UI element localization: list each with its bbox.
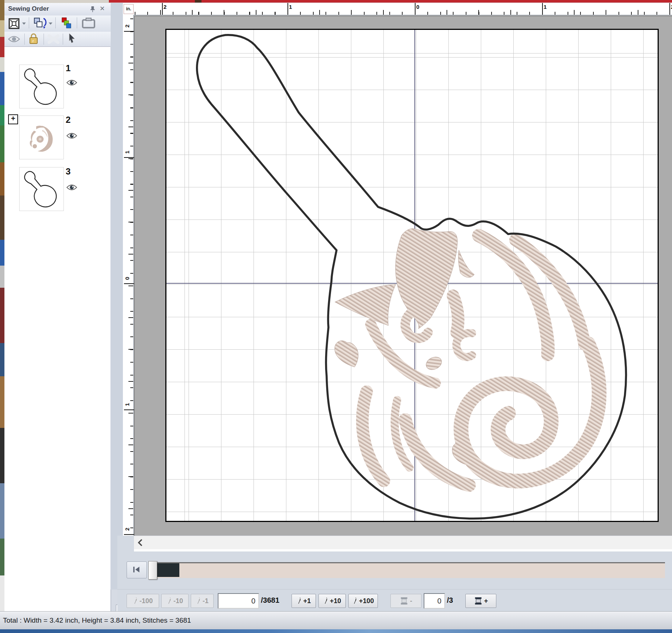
stitch-fill-motifs — [335, 229, 599, 485]
desktop-strip-segment — [0, 266, 4, 288]
rewind-button[interactable] — [127, 561, 147, 578]
spool-icon — [474, 597, 483, 605]
sewing-item-2-visibility-icon[interactable] — [66, 132, 77, 139]
stitch-progress-dark-segment — [157, 563, 179, 577]
outline-thumbnail-drawing — [20, 167, 63, 210]
stitch-back-10-button[interactable]: -10 — [161, 594, 189, 608]
sewing-order-list: 1 + — [4, 46, 110, 612]
canvas-lower-controls: − -100 -10 -1 0 /3681 +1 — [117, 536, 672, 612]
desktop-strip-segment — [0, 125, 4, 162]
desktop-strip-segment — [0, 288, 4, 343]
desktop-strip-segment — [0, 57, 4, 72]
needle-icon — [196, 596, 201, 605]
stitch-transport-bar: -100 -10 -1 0 /3681 +1 +10 +100 — [117, 589, 672, 612]
sequence-dropdown-caret[interactable] — [49, 23, 52, 25]
design-canvas[interactable] — [134, 15, 672, 536]
vertical-ruler-ticks — [123, 15, 133, 536]
ruler-label-0: 0 — [415, 3, 419, 15]
rewind-icon — [132, 566, 141, 573]
desktop-strip-segment — [0, 162, 4, 196]
sewing-item-1-visibility-icon[interactable] — [66, 79, 77, 86]
stitch-forward-100-button[interactable]: +100 — [348, 594, 378, 608]
ruler-label-1: 1 — [124, 157, 134, 158]
panel-toolbar-main — [4, 15, 111, 32]
stitch-forward-10-button[interactable]: +10 — [318, 594, 346, 608]
lock-icon[interactable]: r — [28, 33, 39, 45]
needle-icon — [133, 596, 138, 605]
sewing-item-3-thumbnail[interactable] — [19, 167, 64, 211]
vertical-ruler: 21012 — [123, 15, 134, 536]
status-text: Total : Width = 3.42 inch, Height = 3.84… — [3, 616, 191, 625]
application-window: Sewing Order ✕ — [0, 0, 672, 633]
sewing-item-3-visibility-icon[interactable] — [66, 184, 77, 191]
desktop-strip-segment — [0, 343, 4, 376]
ruler-label-1: 1 — [287, 3, 292, 15]
stitch-slider-row: − — [125, 561, 671, 578]
horizontal-ruler: in. 21012 — [123, 3, 672, 15]
design-page[interactable] — [165, 29, 659, 522]
select-cursor-icon[interactable] — [68, 33, 76, 44]
ruler-label-1: 1 — [124, 409, 134, 410]
stitch-forward-1-button[interactable]: +1 — [292, 594, 316, 608]
panel-title: Sewing Order — [8, 5, 49, 13]
background-desktop-strip — [0, 0, 4, 612]
panel-gap — [111, 3, 123, 589]
ruler-unit-box: in. — [124, 4, 134, 14]
ruler-label-2: 2 — [124, 31, 134, 32]
ruler-label-2: 2 — [162, 3, 166, 15]
svg-text:r: r — [32, 39, 34, 43]
stitch-slider-handle[interactable] — [148, 561, 157, 580]
close-icon[interactable]: ✕ — [99, 6, 106, 12]
needle-icon — [167, 596, 172, 605]
pin-icon[interactable] — [90, 6, 95, 13]
ruler-label-2: 2 — [669, 3, 672, 15]
delete-icon[interactable] — [47, 34, 60, 44]
sewing-item-2-number: 2 — [66, 115, 70, 125]
eye-icon[interactable] — [8, 35, 20, 43]
stitch-back-100-button[interactable]: -100 — [127, 594, 159, 608]
sewing-sequence-icon[interactable] — [33, 17, 46, 30]
panel-toolbar-edit: r — [4, 32, 111, 47]
sewing-order-panel: Sewing Order ✕ — [4, 3, 111, 612]
fill-design-thumbnail-drawing — [20, 116, 63, 158]
color-total-label: /3 — [447, 596, 453, 605]
sewing-item-1-number: 1 — [66, 63, 70, 73]
hoop-icon[interactable] — [81, 18, 96, 29]
stitch-back-1-button[interactable]: -1 — [191, 594, 214, 608]
sewing-item-1-thumbnail[interactable] — [19, 65, 64, 108]
desktop-strip-segment — [0, 376, 4, 428]
horizontal-scrollbar[interactable] — [134, 536, 672, 551]
sewing-item-2-thumbnail[interactable] — [19, 115, 64, 159]
status-bar: Total : Width = 3.42 inch, Height = 3.84… — [0, 612, 672, 630]
color-back-button[interactable]: - — [390, 594, 421, 608]
horizontal-ruler-ticks — [133, 3, 672, 15]
needle-icon — [352, 596, 358, 605]
color-order-icon[interactable] — [60, 17, 73, 30]
desktop-strip-segment — [0, 196, 4, 240]
desktop-strip-segment — [0, 37, 4, 57]
current-stitch-input[interactable]: 0 — [218, 593, 259, 609]
scroll-left-icon[interactable] — [138, 539, 143, 546]
desktop-strip-segment — [0, 483, 4, 539]
needle-icon — [297, 596, 302, 605]
desktop-strip-segment — [0, 72, 4, 105]
spool-icon — [400, 597, 409, 605]
desktop-strip-segment — [0, 539, 4, 575]
stitch-total-label: /3681 — [261, 596, 279, 605]
desktop-strip-segment — [0, 240, 4, 266]
background-window-red-strip — [109, 0, 672, 3]
desktop-strip-segment — [0, 428, 4, 483]
desktop-strip-segment — [0, 575, 4, 612]
ruler-label-0: 0 — [124, 283, 134, 284]
fit-dropdown-caret[interactable] — [22, 23, 26, 25]
desktop-strip-segment — [0, 0, 4, 20]
stitch-progress-track[interactable] — [148, 562, 665, 578]
desktop-strip-segment — [0, 105, 4, 125]
background-taskbar-strip — [0, 629, 672, 633]
color-forward-button[interactable]: + — [465, 594, 496, 608]
sewing-order-titlebar[interactable]: Sewing Order ✕ — [4, 3, 111, 16]
sewing-item-2-expander[interactable]: + — [8, 114, 18, 124]
fit-to-window-icon[interactable] — [8, 18, 20, 30]
current-color-input[interactable]: 0 — [424, 593, 445, 609]
sewing-item-3-number: 3 — [66, 166, 70, 177]
